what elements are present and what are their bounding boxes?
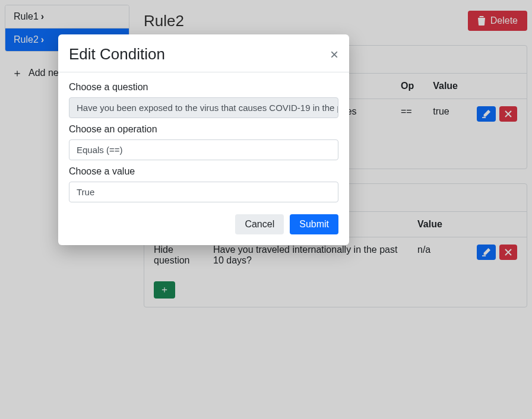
operation-label: Choose an operation <box>69 124 338 135</box>
question-label: Choose a question <box>69 82 338 93</box>
question-select[interactable]: Have you been exposed to the virus that … <box>69 97 338 118</box>
close-icon: × <box>330 46 338 62</box>
submit-button[interactable]: Submit <box>290 214 338 234</box>
cancel-button[interactable]: Cancel <box>235 214 284 234</box>
modal-title: Edit Condition <box>69 45 165 64</box>
close-modal-button[interactable]: × <box>330 47 338 62</box>
value-label: Choose a value <box>69 166 338 177</box>
operation-select[interactable]: Equals (==) <box>69 139 338 160</box>
value-select[interactable]: True <box>69 182 338 202</box>
edit-condition-modal: Edit Condition × Choose a question Have … <box>58 34 349 245</box>
